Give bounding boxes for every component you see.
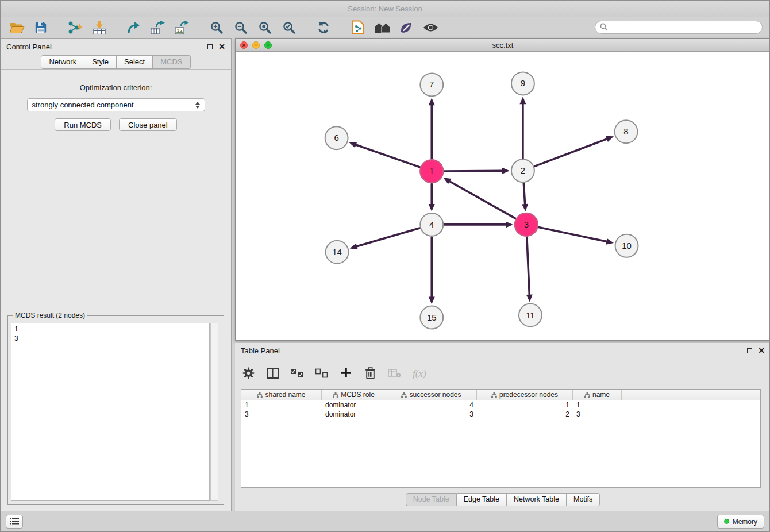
- table-row[interactable]: 3dominator323: [241, 410, 760, 419]
- node-15[interactable]: 15: [420, 306, 443, 329]
- tab-node-table[interactable]: Node Table: [406, 493, 457, 506]
- minimize-window-icon[interactable]: [252, 41, 260, 49]
- table-cell[interactable]: 1: [477, 401, 573, 409]
- table-cell[interactable]: 1: [573, 401, 622, 409]
- close-table-panel-icon[interactable]: ✕: [758, 346, 765, 354]
- unselect-all-button[interactable]: [315, 367, 328, 381]
- save-button[interactable]: [32, 19, 50, 36]
- export-network-button[interactable]: [125, 19, 143, 36]
- criterion-dropdown[interactable]: strongly connected component: [27, 98, 205, 111]
- zoom-in-button[interactable]: [207, 19, 226, 36]
- column-header-MCDS-role[interactable]: MCDS role: [322, 390, 386, 400]
- refresh-button[interactable]: [314, 19, 333, 36]
- column-header-shared-name[interactable]: shared name: [241, 390, 322, 400]
- table-settings-button[interactable]: [242, 367, 255, 381]
- tab-network[interactable]: Network: [41, 55, 84, 69]
- edge-3-11[interactable]: [526, 237, 533, 302]
- edge-2-9[interactable]: [519, 97, 526, 158]
- import-network-button[interactable]: [66, 19, 84, 36]
- task-history-button[interactable]: [6, 515, 23, 529]
- file-group: [7, 19, 50, 36]
- network-overview-button[interactable]: [349, 19, 367, 36]
- table-cell[interactable]: 3: [573, 410, 622, 418]
- node-7[interactable]: 7: [420, 73, 443, 96]
- export-table-button[interactable]: [149, 19, 167, 36]
- node-9[interactable]: 9: [511, 72, 534, 95]
- tab-edge-table[interactable]: Edge Table: [457, 493, 507, 506]
- edge-2-3[interactable]: [522, 183, 528, 211]
- table-cell[interactable]: 1: [241, 401, 322, 409]
- split-view-button[interactable]: [266, 367, 279, 381]
- tab-select[interactable]: Select: [117, 55, 153, 69]
- mcds-result-list[interactable]: 13: [11, 323, 210, 501]
- memory-button[interactable]: Memory: [717, 515, 764, 529]
- network-canvas[interactable]: 7968124314101511: [236, 52, 770, 340]
- maximize-window-icon[interactable]: [264, 41, 272, 49]
- zoom-selected-button[interactable]: [280, 19, 298, 36]
- first-neighbors-button[interactable]: [373, 19, 391, 36]
- close-window-icon[interactable]: [240, 41, 248, 49]
- table-row[interactable]: 1dominator411: [241, 400, 760, 410]
- tab-motifs[interactable]: Motifs: [567, 493, 600, 506]
- tab-style[interactable]: Style: [84, 55, 117, 69]
- table-cell[interactable]: dominator: [322, 410, 386, 418]
- node-14[interactable]: 14: [326, 241, 349, 264]
- edge-1-6[interactable]: [349, 142, 419, 167]
- export-image-button[interactable]: [173, 19, 191, 36]
- delete-column-button[interactable]: [364, 367, 376, 381]
- show-hide-button[interactable]: [421, 19, 440, 36]
- edge-1-4[interactable]: [429, 184, 435, 211]
- import-table-button[interactable]: [90, 19, 109, 36]
- table-cell[interactable]: 4: [386, 401, 477, 409]
- search-input[interactable]: [610, 23, 757, 32]
- float-table-panel-icon[interactable]: [747, 348, 752, 353]
- edge-4-15[interactable]: [429, 237, 435, 304]
- control-panel-tabs: NetworkStyleSelectMCDS: [1, 55, 231, 69]
- node-2[interactable]: 2: [511, 159, 534, 182]
- node-label: 1: [429, 166, 434, 176]
- network-window-titlebar[interactable]: scc.txt: [236, 39, 770, 52]
- edge-1-7[interactable]: [429, 98, 435, 159]
- node-6[interactable]: 6: [325, 126, 348, 149]
- node-11[interactable]: 11: [519, 304, 542, 327]
- run-mcds-button[interactable]: Run MCDS: [55, 118, 111, 131]
- column-header-predecessor-nodes[interactable]: predecessor nodes: [477, 390, 573, 400]
- edge-4-3[interactable]: [444, 221, 513, 228]
- edge-3-1[interactable]: [443, 178, 515, 218]
- network-graph[interactable]: 7968124314101511: [236, 52, 770, 340]
- table-cell[interactable]: 2: [477, 410, 573, 418]
- node-8[interactable]: 8: [615, 120, 638, 143]
- node-3[interactable]: 3: [515, 213, 538, 236]
- select-all-button[interactable]: [290, 367, 303, 381]
- float-panel-icon[interactable]: [207, 44, 213, 49]
- styles-button[interactable]: [397, 19, 415, 36]
- add-column-button[interactable]: [340, 367, 352, 381]
- table-cell[interactable]: 3: [386, 410, 477, 418]
- zoom-fit-button[interactable]: [256, 19, 274, 36]
- mcds-tab-content: Optimization criterion: strongly connect…: [1, 69, 231, 512]
- close-panel-icon[interactable]: ✕: [218, 43, 225, 51]
- edge-1-2[interactable]: [444, 168, 510, 174]
- close-panel-button[interactable]: Close panel: [119, 118, 177, 131]
- search-box[interactable]: [595, 21, 763, 34]
- column-header-label: MCDS role: [341, 391, 375, 399]
- function-icon: f(x): [413, 368, 426, 380]
- node-10[interactable]: 10: [615, 234, 638, 257]
- edge-4-14[interactable]: [350, 228, 420, 249]
- node-1[interactable]: 1: [420, 160, 443, 183]
- edge-2-8[interactable]: [534, 136, 614, 167]
- edge-3-10[interactable]: [538, 227, 614, 244]
- node-4[interactable]: 4: [420, 213, 443, 236]
- tab-network-table[interactable]: Network Table: [507, 493, 567, 506]
- network-document-icon: [352, 20, 364, 34]
- zoom-out-button[interactable]: [232, 19, 250, 36]
- result-scrollbar[interactable]: [210, 323, 218, 501]
- table-cell[interactable]: 3: [241, 410, 322, 418]
- tab-mcds[interactable]: MCDS: [153, 55, 190, 69]
- table-cell[interactable]: dominator: [322, 401, 386, 409]
- function-builder-button[interactable]: f(x): [413, 367, 426, 381]
- open-button[interactable]: [7, 19, 26, 36]
- delete-table-button[interactable]: [388, 367, 401, 381]
- column-header-name[interactable]: name: [573, 390, 622, 400]
- column-header-successor-nodes[interactable]: successor nodes: [386, 390, 477, 400]
